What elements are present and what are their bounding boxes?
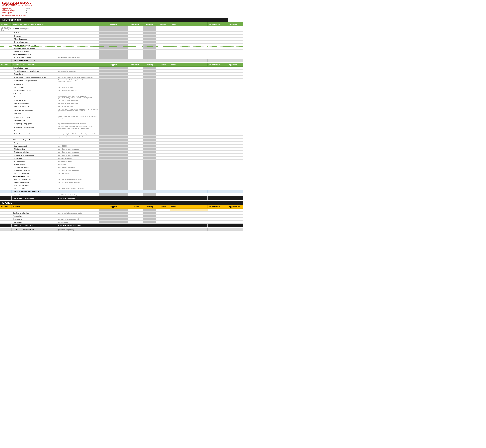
legal-ref[interactable] [208, 86, 228, 89]
legal-supplier[interactable] [99, 86, 128, 89]
promo-approved[interactable] [228, 73, 243, 76]
venue-alloc[interactable] [128, 136, 142, 138]
gl-refresh[interactable] [0, 132, 12, 136]
cont-prof-working[interactable] [142, 76, 156, 79]
post-approved[interactable] [228, 151, 243, 154]
taxi-alloc[interactable] [128, 112, 142, 115]
adv-alloc[interactable] [128, 70, 142, 73]
post-actual[interactable] [156, 151, 170, 154]
taxi-bignotes[interactable] [170, 112, 208, 115]
othop-supplier[interactable] [99, 175, 128, 178]
awards-actual[interactable] [156, 166, 170, 169]
oec-approved[interactable] [228, 56, 243, 59]
office-ref[interactable] [208, 138, 228, 142]
it-bignotes[interactable] [170, 187, 208, 190]
venue-working[interactable] [142, 136, 156, 138]
gl-consult[interactable] [0, 83, 12, 86]
sponsor-alloc[interactable] [128, 217, 142, 220]
taxi-actual[interactable] [156, 112, 170, 115]
spec-working[interactable] [142, 67, 156, 70]
emp-ref-1[interactable] [208, 32, 228, 35]
fbt-alloc[interactable] [128, 50, 142, 53]
sponsor-working[interactable] [142, 217, 156, 220]
it-ref[interactable] [208, 187, 228, 190]
emp-supplier-3[interactable] [99, 38, 128, 41]
cont-prof-bignotes[interactable] [170, 76, 208, 79]
perf-supplier[interactable] [99, 129, 128, 132]
offsupp-alloc[interactable] [128, 160, 142, 163]
intl-actual[interactable] [156, 102, 170, 105]
travel-actual[interactable] [156, 92, 170, 95]
oncosts-approved[interactable] [228, 44, 243, 47]
alloc-comp-working[interactable] [142, 208, 156, 211]
post-bignotes[interactable] [170, 151, 208, 154]
spec-actual[interactable] [156, 67, 170, 70]
oncosts-working[interactable] [142, 44, 156, 47]
spec-alloc[interactable] [128, 67, 142, 70]
consult-alloc[interactable] [128, 83, 142, 86]
gl-other-emp[interactable] [0, 53, 12, 56]
consult-actual[interactable] [156, 83, 170, 86]
ticket-working[interactable] [142, 220, 156, 224]
carpark-ref[interactable] [208, 142, 228, 144]
photo-alloc[interactable] [128, 148, 142, 151]
alloc-comp-supplier[interactable] [99, 208, 128, 211]
emp-working-3[interactable] [142, 38, 156, 41]
gl-sponsor[interactable] [0, 217, 12, 220]
mvc-supplier[interactable] [99, 105, 128, 108]
travel-bignotes[interactable] [170, 92, 208, 95]
hosp-emp-actual[interactable] [156, 122, 170, 125]
accom-working[interactable] [142, 178, 156, 181]
awards-approved[interactable] [228, 166, 243, 169]
venue-approved[interactable] [228, 136, 243, 138]
photo-supplier[interactable] [99, 148, 128, 151]
ticket-actual[interactable] [156, 220, 170, 224]
hosp-non-working[interactable] [142, 125, 156, 129]
emp-approved-4[interactable] [228, 41, 243, 44]
emp-actual-3[interactable] [156, 38, 170, 41]
gl-1[interactable] [0, 32, 12, 35]
room-approved[interactable] [228, 157, 243, 160]
ticket-alloc[interactable] [128, 220, 142, 224]
alloc-comp-bignotes[interactable] [170, 208, 208, 211]
travel-working[interactable] [142, 92, 156, 95]
spec-ref[interactable] [208, 67, 228, 70]
office-bignotes[interactable] [170, 138, 208, 142]
sponsor-actual[interactable] [156, 217, 170, 220]
offsupp-bignotes[interactable] [170, 160, 208, 163]
fundraise-bignotes[interactable] [170, 214, 208, 217]
gl-fundraise[interactable] [0, 214, 12, 217]
alloc-comp-approved[interactable] [228, 208, 243, 211]
gl-oadmin[interactable] [0, 172, 12, 175]
intl-approved[interactable] [228, 102, 243, 105]
repair-alloc[interactable] [128, 154, 142, 157]
mva-working[interactable] [142, 108, 156, 112]
othop-alloc[interactable] [128, 175, 142, 178]
grants-working[interactable] [142, 211, 156, 214]
offsupp-supplier[interactable] [99, 160, 128, 163]
promo-alloc[interactable] [128, 73, 142, 76]
gl-adv[interactable] [0, 70, 12, 73]
gl-repair[interactable] [0, 154, 12, 157]
grants-approved[interactable] [228, 211, 243, 214]
hosp-emp-alloc[interactable] [128, 122, 142, 125]
office-approved[interactable] [228, 138, 243, 142]
legal-bignotes[interactable] [170, 86, 208, 89]
oncosts-supplier[interactable] [99, 44, 128, 47]
travel-alloc[interactable] [128, 92, 142, 95]
offsupp-approved[interactable] [228, 160, 243, 163]
legal-approved[interactable] [228, 86, 243, 89]
gl-lva[interactable] [0, 144, 12, 148]
gl-trav-allow[interactable] [0, 95, 12, 99]
venue-ref[interactable] [208, 136, 228, 138]
corp-bignotes[interactable] [170, 184, 208, 187]
emp-supplier-2[interactable] [99, 35, 128, 38]
post-working[interactable] [142, 151, 156, 154]
trav-allow-working[interactable] [142, 95, 156, 99]
oec-supplier[interactable] [99, 56, 128, 59]
gl-sub[interactable] [0, 163, 12, 166]
repair-ref[interactable] [208, 154, 228, 157]
alloc-comp-alloc[interactable] [128, 208, 142, 211]
lva-approved[interactable] [228, 144, 243, 148]
sponsor-approved[interactable] [228, 217, 243, 220]
